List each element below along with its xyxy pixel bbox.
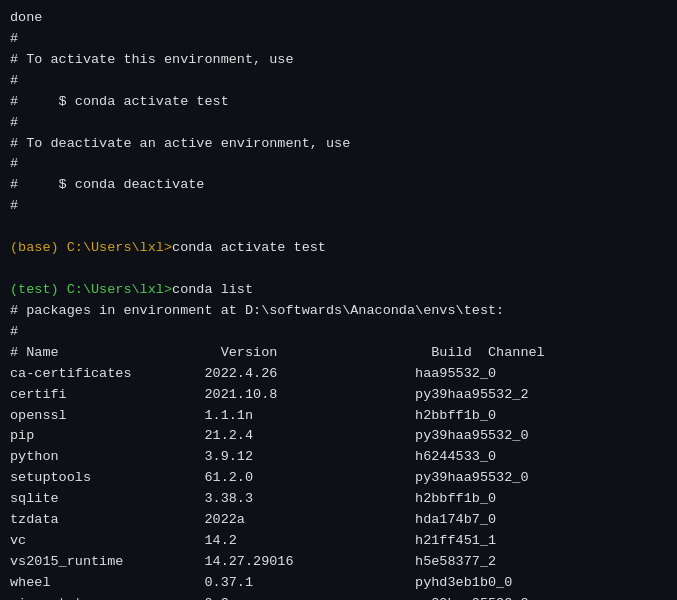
terminal-line: # $ conda activate test: [10, 92, 667, 113]
terminal-line: #: [10, 71, 667, 92]
terminal-line: #: [10, 113, 667, 134]
package-row: certifi 2021.10.8 py39haa95532_2: [10, 385, 667, 406]
package-row: python 3.9.12 h6244533_0: [10, 447, 667, 468]
package-row: sqlite 3.38.3 h2bbff1b_0: [10, 489, 667, 510]
terminal-line: # To deactivate an active environment, u…: [10, 134, 667, 155]
package-row: vs2015_runtime 14.27.29016 h5e58377_2: [10, 552, 667, 573]
terminal-line: done: [10, 8, 667, 29]
package-row: openssl 1.1.1n h2bbff1b_0: [10, 406, 667, 427]
package-row: vc 14.2 h21ff451_1: [10, 531, 667, 552]
empty-line: [10, 217, 667, 238]
command-text: conda list: [172, 282, 253, 297]
package-row: pip 21.2.4 py39haa95532_0: [10, 426, 667, 447]
terminal-line: # To activate this environment, use: [10, 50, 667, 71]
terminal-line: #: [10, 154, 667, 175]
terminal-line: #: [10, 196, 667, 217]
terminal-line: #: [10, 29, 667, 50]
package-row: setuptools 61.2.0 py39haa95532_0: [10, 468, 667, 489]
terminal-line: # Name Version Build Channel: [10, 343, 667, 364]
terminal-line: (test) C:\Users\lxl>conda list: [10, 280, 667, 301]
terminal-line: # $ conda deactivate: [10, 175, 667, 196]
terminal-line: # packages in environment at D:\softward…: [10, 301, 667, 322]
package-row: tzdata 2022a hda174b7_0: [10, 510, 667, 531]
base-prompt: (base) C:\Users\lxl>: [10, 240, 172, 255]
package-row: wincertstore 0.2 py39haa95532_2: [10, 594, 667, 600]
package-row: wheel 0.37.1 pyhd3eb1b0_0: [10, 573, 667, 594]
empty-line: [10, 259, 667, 280]
terminal-line: #: [10, 322, 667, 343]
terminal-line: (base) C:\Users\lxl>conda activate test: [10, 238, 667, 259]
test-prompt: (test) C:\Users\lxl>: [10, 282, 172, 297]
terminal: done## To activate this environment, use…: [10, 8, 667, 600]
command-text: conda activate test: [172, 240, 326, 255]
package-row: ca-certificates 2022.4.26 haa95532_0: [10, 364, 667, 385]
